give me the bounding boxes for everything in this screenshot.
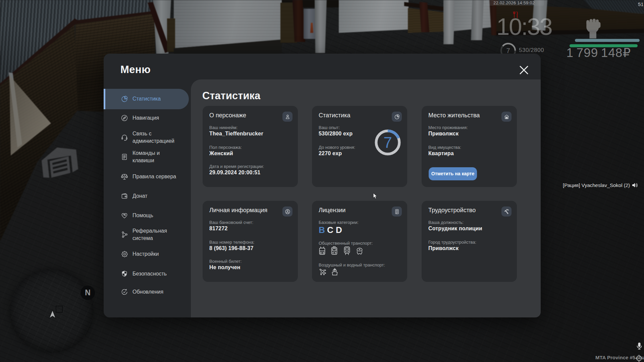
svg-text:7: 7 bbox=[383, 134, 392, 151]
svg-text:7: 7 bbox=[506, 47, 510, 54]
